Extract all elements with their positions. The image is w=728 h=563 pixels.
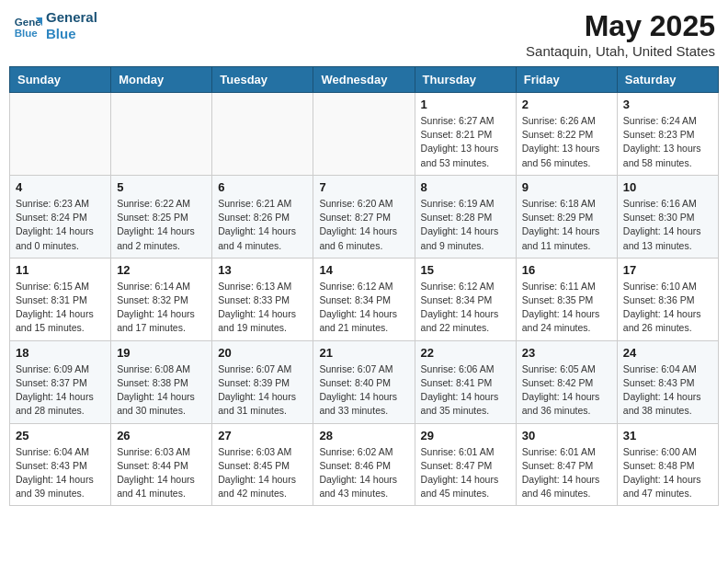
calendar-cell — [10, 93, 111, 176]
day-number: 25 — [16, 429, 105, 442]
calendar-header-row: SundayMondayTuesdayWednesdayThursdayFrid… — [10, 67, 719, 93]
weekday-header-saturday: Saturday — [617, 67, 718, 93]
day-info: Sunrise: 6:10 AMSunset: 8:36 PMDaylight:… — [623, 280, 712, 336]
logo-text-line2: Blue — [46, 26, 97, 42]
title-block: May 2025 Santaquin, Utah, United States — [526, 9, 715, 59]
day-info: Sunrise: 6:12 AMSunset: 8:34 PMDaylight:… — [319, 280, 408, 336]
calendar-week-row: 4Sunrise: 6:23 AMSunset: 8:24 PMDaylight… — [10, 175, 719, 258]
day-number: 16 — [522, 263, 611, 277]
calendar-cell: 10Sunrise: 6:16 AMSunset: 8:30 PMDayligh… — [617, 175, 718, 258]
day-number: 30 — [522, 429, 611, 442]
svg-text:Blue: Blue — [15, 28, 39, 39]
day-info: Sunrise: 6:13 AMSunset: 8:33 PMDaylight:… — [218, 280, 307, 336]
day-info: Sunrise: 6:16 AMSunset: 8:30 PMDaylight:… — [623, 197, 712, 253]
calendar-cell: 8Sunrise: 6:19 AMSunset: 8:28 PMDaylight… — [415, 175, 516, 258]
day-info: Sunrise: 6:06 AMSunset: 8:41 PMDaylight:… — [421, 362, 510, 419]
day-info: Sunrise: 6:15 AMSunset: 8:31 PMDaylight:… — [16, 280, 105, 336]
calendar-cell: 24Sunrise: 6:04 AMSunset: 8:43 PMDayligh… — [617, 340, 718, 423]
day-number: 8 — [421, 180, 510, 194]
day-number: 10 — [623, 180, 712, 194]
day-number: 9 — [522, 180, 611, 194]
day-info: Sunrise: 6:23 AMSunset: 8:24 PMDaylight:… — [16, 197, 105, 253]
calendar-cell: 25Sunrise: 6:04 AMSunset: 8:43 PMDayligh… — [10, 423, 111, 506]
day-info: Sunrise: 6:04 AMSunset: 8:43 PMDaylight:… — [623, 362, 712, 419]
day-number: 24 — [623, 346, 712, 360]
calendar-cell: 9Sunrise: 6:18 AMSunset: 8:29 PMDaylight… — [516, 175, 617, 258]
day-info: Sunrise: 6:03 AMSunset: 8:44 PMDaylight:… — [117, 445, 206, 501]
day-number: 31 — [623, 429, 712, 442]
day-info: Sunrise: 6:01 AMSunset: 8:47 PMDaylight:… — [522, 445, 611, 501]
calendar-cell: 6Sunrise: 6:21 AMSunset: 8:26 PMDaylight… — [212, 175, 313, 258]
calendar-cell: 14Sunrise: 6:12 AMSunset: 8:34 PMDayligh… — [313, 258, 415, 340]
weekday-header-sunday: Sunday — [10, 67, 111, 93]
calendar-cell: 2Sunrise: 6:26 AMSunset: 8:22 PMDaylight… — [516, 93, 617, 176]
day-info: Sunrise: 6:14 AMSunset: 8:32 PMDaylight:… — [117, 280, 206, 336]
weekday-header-tuesday: Tuesday — [212, 67, 313, 93]
day-number: 14 — [319, 263, 408, 277]
day-info: Sunrise: 6:08 AMSunset: 8:38 PMDaylight:… — [117, 362, 206, 419]
calendar-cell: 31Sunrise: 6:00 AMSunset: 8:48 PMDayligh… — [617, 423, 718, 506]
day-number: 20 — [218, 346, 307, 360]
day-number: 7 — [319, 180, 408, 194]
day-number: 22 — [421, 346, 510, 360]
calendar-cell: 16Sunrise: 6:11 AMSunset: 8:35 PMDayligh… — [516, 258, 617, 340]
day-info: Sunrise: 6:02 AMSunset: 8:46 PMDaylight:… — [319, 445, 408, 501]
day-info: Sunrise: 6:09 AMSunset: 8:37 PMDaylight:… — [16, 362, 105, 419]
day-info: Sunrise: 6:00 AMSunset: 8:48 PMDaylight:… — [623, 445, 712, 501]
day-number: 26 — [117, 429, 206, 442]
calendar-cell: 4Sunrise: 6:23 AMSunset: 8:24 PMDaylight… — [10, 175, 111, 258]
day-info: Sunrise: 6:18 AMSunset: 8:29 PMDaylight:… — [522, 197, 611, 253]
day-number: 5 — [117, 180, 206, 194]
calendar-cell: 5Sunrise: 6:22 AMSunset: 8:25 PMDaylight… — [111, 175, 212, 258]
logo-icon: General Blue — [13, 11, 42, 40]
day-number: 6 — [218, 180, 307, 194]
day-number: 29 — [421, 429, 510, 442]
calendar-cell: 12Sunrise: 6:14 AMSunset: 8:32 PMDayligh… — [111, 258, 212, 340]
day-info: Sunrise: 6:24 AMSunset: 8:23 PMDaylight:… — [623, 114, 712, 170]
day-info: Sunrise: 6:21 AMSunset: 8:26 PMDaylight:… — [218, 197, 307, 253]
page-header: General Blue General Blue May 2025 Santa… — [9, 9, 719, 59]
day-number: 3 — [623, 98, 712, 111]
day-info: Sunrise: 6:19 AMSunset: 8:28 PMDaylight:… — [421, 197, 510, 253]
day-number: 13 — [218, 263, 307, 277]
calendar-cell: 19Sunrise: 6:08 AMSunset: 8:38 PMDayligh… — [111, 340, 212, 423]
logo-text-line1: General — [46, 9, 97, 26]
calendar-week-row: 25Sunrise: 6:04 AMSunset: 8:43 PMDayligh… — [10, 423, 719, 506]
day-number: 18 — [16, 346, 105, 360]
calendar-cell: 1Sunrise: 6:27 AMSunset: 8:21 PMDaylight… — [415, 93, 516, 176]
calendar-cell — [313, 93, 415, 176]
day-info: Sunrise: 6:04 AMSunset: 8:43 PMDaylight:… — [16, 445, 105, 501]
day-info: Sunrise: 6:03 AMSunset: 8:45 PMDaylight:… — [218, 445, 307, 501]
calendar-cell: 30Sunrise: 6:01 AMSunset: 8:47 PMDayligh… — [516, 423, 617, 506]
calendar-cell: 13Sunrise: 6:13 AMSunset: 8:33 PMDayligh… — [212, 258, 313, 340]
day-number: 19 — [117, 346, 206, 360]
day-number: 27 — [218, 429, 307, 442]
calendar-cell: 7Sunrise: 6:20 AMSunset: 8:27 PMDaylight… — [313, 175, 415, 258]
calendar-cell: 18Sunrise: 6:09 AMSunset: 8:37 PMDayligh… — [10, 340, 111, 423]
page-title: May 2025 — [526, 9, 715, 43]
day-info: Sunrise: 6:07 AMSunset: 8:39 PMDaylight:… — [218, 362, 307, 419]
calendar-cell: 21Sunrise: 6:07 AMSunset: 8:40 PMDayligh… — [313, 340, 415, 423]
calendar-cell: 22Sunrise: 6:06 AMSunset: 8:41 PMDayligh… — [415, 340, 516, 423]
calendar-cell: 15Sunrise: 6:12 AMSunset: 8:34 PMDayligh… — [415, 258, 516, 340]
day-number: 4 — [16, 180, 105, 194]
calendar-cell: 17Sunrise: 6:10 AMSunset: 8:36 PMDayligh… — [617, 258, 718, 340]
weekday-header-wednesday: Wednesday — [313, 67, 415, 93]
calendar-week-row: 18Sunrise: 6:09 AMSunset: 8:37 PMDayligh… — [10, 340, 719, 423]
logo: General Blue General Blue — [13, 9, 97, 42]
day-info: Sunrise: 6:20 AMSunset: 8:27 PMDaylight:… — [319, 197, 408, 253]
day-info: Sunrise: 6:01 AMSunset: 8:47 PMDaylight:… — [421, 445, 510, 501]
calendar-cell: 27Sunrise: 6:03 AMSunset: 8:45 PMDayligh… — [212, 423, 313, 506]
calendar-cell: 23Sunrise: 6:05 AMSunset: 8:42 PMDayligh… — [516, 340, 617, 423]
weekday-header-thursday: Thursday — [415, 67, 516, 93]
calendar-cell: 3Sunrise: 6:24 AMSunset: 8:23 PMDaylight… — [617, 93, 718, 176]
calendar-week-row: 1Sunrise: 6:27 AMSunset: 8:21 PMDaylight… — [10, 93, 719, 176]
calendar-table: SundayMondayTuesdayWednesdayThursdayFrid… — [9, 66, 719, 506]
day-info: Sunrise: 6:07 AMSunset: 8:40 PMDaylight:… — [319, 362, 408, 419]
calendar-cell: 11Sunrise: 6:15 AMSunset: 8:31 PMDayligh… — [10, 258, 111, 340]
day-info: Sunrise: 6:11 AMSunset: 8:35 PMDaylight:… — [522, 280, 611, 336]
page-subtitle: Santaquin, Utah, United States — [526, 43, 715, 59]
day-number: 2 — [522, 98, 611, 111]
day-number: 17 — [623, 263, 712, 277]
weekday-header-monday: Monday — [111, 67, 212, 93]
